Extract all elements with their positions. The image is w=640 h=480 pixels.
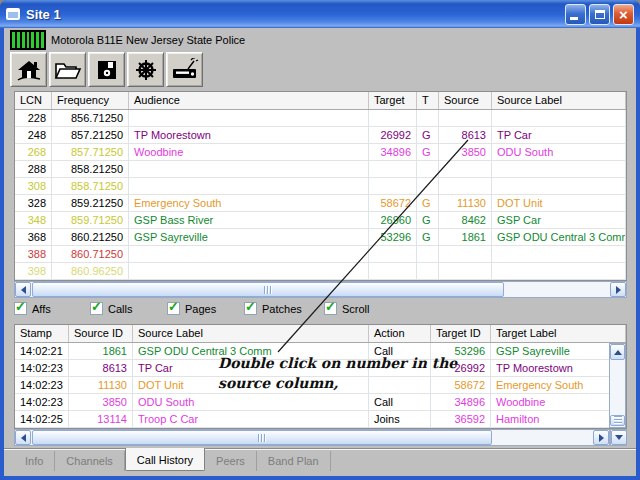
scroll-left-button[interactable] — [15, 430, 31, 445]
history-row[interactable]: 14:02:233850ODU SouthCall34896Woodbine — [15, 394, 626, 411]
channel-col-header-source-label[interactable]: Source Label — [492, 92, 626, 109]
channel-row[interactable]: 268857.71250Woodbine34896G3850ODU South — [15, 144, 626, 161]
signal-bar — [17, 32, 20, 48]
channel-cell-lcn: 348 — [15, 212, 52, 229]
history-col-header-stamp[interactable]: Stamp — [15, 325, 69, 342]
window-icon — [6, 8, 20, 20]
channel-row[interactable]: 328859.21250Emergency South58672G11130DO… — [15, 195, 626, 212]
channel-cell-t: G — [417, 127, 439, 144]
history-col-header-action[interactable]: Action — [369, 325, 431, 342]
scroll-down-button[interactable] — [611, 430, 627, 445]
channel-col-header-lcn[interactable]: LCN — [15, 92, 52, 109]
history-col-header-target-label[interactable]: Target Label — [491, 325, 626, 342]
history-row[interactable]: 14:02:211861GSP ODU Central 3 CommCall53… — [15, 343, 626, 360]
channel-col-header-t[interactable]: T — [417, 92, 439, 109]
filter-scroll[interactable]: ✓Scroll — [324, 302, 370, 315]
tab-band-plan[interactable]: Band Plan — [257, 451, 331, 471]
tab-peers[interactable]: Peers — [205, 451, 257, 471]
settings-button[interactable] — [127, 52, 164, 87]
scroll-right-button[interactable] — [610, 282, 626, 297]
maximize-button[interactable] — [589, 4, 610, 25]
channels-hscrollbar[interactable] — [14, 281, 627, 298]
save-button[interactable] — [88, 52, 125, 87]
channel-header-row: LCNFrequencyAudienceTargetTSourceSource … — [15, 92, 626, 110]
close-button[interactable]: × — [613, 4, 634, 25]
history-cell-action — [369, 360, 431, 377]
minimize-button[interactable] — [565, 4, 586, 25]
channel-col-header-frequency[interactable]: Frequency — [52, 92, 129, 109]
scroll-left-button[interactable] — [15, 282, 31, 297]
filter-calls[interactable]: ✓Calls — [90, 302, 132, 315]
history-row[interactable]: 14:02:2311130DOT Unit58672Emergency Sout… — [15, 377, 626, 394]
channel-row[interactable]: 308858.71250 — [15, 178, 626, 195]
home-icon — [16, 58, 42, 82]
history-col-header-target-id[interactable]: Target ID — [431, 325, 491, 342]
scroll-thumb[interactable] — [32, 282, 504, 297]
filter-pages[interactable]: ✓Pages — [167, 302, 216, 315]
history-col-header-source-label[interactable]: Source Label — [133, 325, 369, 342]
app-window: Site 1 × Motorola B11E New Jersey State … — [0, 0, 640, 480]
channel-row[interactable]: 368860.21250GSP Sayreville53296G1861GSP … — [15, 229, 626, 246]
scroll-track[interactable] — [31, 282, 610, 297]
channel-cell-lcn: 308 — [15, 178, 52, 195]
tab-info[interactable]: Info — [14, 451, 55, 471]
channel-row[interactable]: 228856.71250 — [15, 110, 626, 127]
history-cell-source-label: TP Car — [133, 360, 369, 377]
channel-cell-t: G — [417, 144, 439, 161]
channel-cell-source: 11130 — [439, 195, 492, 212]
channel-row[interactable]: 388860.71250 — [15, 246, 626, 263]
channel-cell-source-label: GSP ODU Central 3 Comm — [492, 229, 626, 246]
signal-bar — [31, 32, 34, 48]
tab-channels[interactable]: Channels — [55, 451, 124, 471]
filter-patches[interactable]: ✓Patches — [244, 302, 302, 315]
checkbox-scroll[interactable]: ✓ — [324, 302, 337, 315]
history-vscroll-down[interactable] — [610, 429, 627, 446]
scroll-thumb[interactable] — [610, 415, 625, 426]
channel-col-header-target[interactable]: Target — [369, 92, 417, 109]
filter-label: Pages — [185, 303, 216, 315]
history-hscrollbar[interactable] — [14, 429, 610, 446]
scroll-thumb[interactable] — [32, 430, 492, 445]
channel-cell-frequency: 860.21250 — [52, 229, 129, 246]
channel-cell-lcn: 388 — [15, 246, 52, 263]
channel-row[interactable]: 248857.21250TP Moorestown26992G8613TP Ca… — [15, 127, 626, 144]
grip-icon — [258, 434, 267, 442]
home-button[interactable] — [10, 52, 47, 87]
channel-cell-source: 8613 — [439, 127, 492, 144]
tab-call-history[interactable]: Call History — [125, 448, 205, 471]
status-row: Motorola B11E New Jersey State Police — [10, 30, 245, 50]
left-arrow-icon — [21, 286, 26, 294]
open-button[interactable] — [49, 52, 86, 87]
scroll-track[interactable] — [31, 430, 593, 445]
channel-col-header-audience[interactable]: Audience — [129, 92, 369, 109]
close-icon: × — [619, 7, 628, 22]
channel-cell-audience: GSP Bass River — [129, 212, 369, 229]
channel-cell-target: 58672 — [369, 195, 417, 212]
scroll-up-button[interactable] — [610, 344, 625, 360]
signal-bar — [12, 32, 15, 48]
checkbox-patches[interactable]: ✓ — [244, 302, 257, 315]
maximize-icon — [595, 10, 605, 19]
filter-affs[interactable]: ✓Affs — [14, 302, 51, 315]
channel-col-header-source[interactable]: Source — [439, 92, 492, 109]
radio-button[interactable] — [166, 52, 203, 87]
history-vscrollbar[interactable] — [609, 343, 626, 428]
history-cell-target-id: 26992 — [431, 360, 491, 377]
scroll-track[interactable] — [610, 360, 625, 427]
channel-row[interactable]: 288858.21250 — [15, 161, 626, 178]
history-row[interactable]: 14:02:2513114Troop C CarJoins36592Hamilt… — [15, 411, 626, 428]
checkbox-pages[interactable]: ✓ — [167, 302, 180, 315]
history-cell-source-label: Troop C Car — [133, 411, 369, 428]
checkbox-affs[interactable]: ✓ — [14, 302, 27, 315]
channel-row[interactable]: 398860.96250 — [15, 263, 626, 280]
history-row[interactable]: 14:02:238613TP Car26992TP Moorestown — [15, 360, 626, 377]
channel-cell-target: 53296 — [369, 229, 417, 246]
channel-row[interactable]: 348859.71250GSP Bass River26960G8462GSP … — [15, 212, 626, 229]
channel-cell-source-label — [492, 161, 626, 178]
history-cell-source-id: 13114 — [69, 411, 133, 428]
channel-cell-lcn: 288 — [15, 161, 52, 178]
history-cell-stamp: 14:02:23 — [15, 360, 69, 377]
scroll-right-button[interactable] — [593, 430, 609, 445]
history-col-header-source-id[interactable]: Source ID — [69, 325, 133, 342]
checkbox-calls[interactable]: ✓ — [90, 302, 103, 315]
